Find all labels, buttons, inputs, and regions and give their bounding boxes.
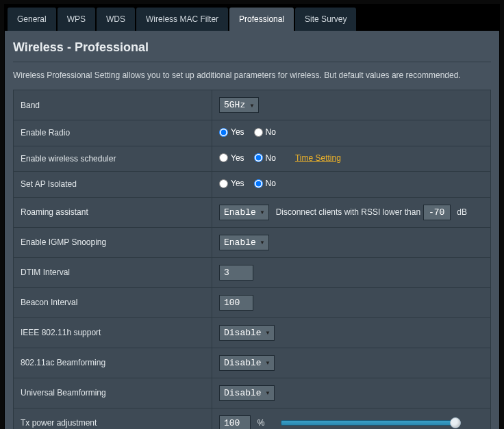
scheduler-no[interactable]: No (254, 153, 276, 163)
ap-isolated-no-input[interactable] (254, 179, 263, 188)
rssi-input[interactable] (423, 205, 451, 220)
page-title: Wireless - Professional (13, 40, 491, 62)
ap-isolated-yes[interactable]: Yes (219, 179, 244, 188)
tab-wds[interactable]: WDS (97, 8, 135, 31)
ap-isolated-no[interactable]: No (254, 179, 276, 188)
label-enable-scheduler: Enable wireless scheduler (14, 146, 212, 172)
settings-table: Band 5GHz Enable Radio Yes No Enable wir (13, 90, 491, 429)
label-enable-radio: Enable Radio (14, 120, 212, 146)
label-beamforming-uni: Universal Beamforming (14, 378, 212, 408)
scheduler-yes-input[interactable] (219, 153, 228, 162)
beamforming-uni-select[interactable]: Disable (219, 385, 275, 401)
tab-site-survey[interactable]: Site Survey (295, 8, 356, 31)
wireless-professional-panel: General WPS WDS Wireless MAC Filter Prof… (4, 4, 500, 429)
beacon-input[interactable] (219, 295, 253, 311)
tab-bar: General WPS WDS Wireless MAC Filter Prof… (5, 5, 499, 31)
label-roaming: Roaming assistant (14, 197, 212, 227)
enable-radio-yes-input[interactable] (219, 128, 228, 137)
ap-isolated-yes-input[interactable] (219, 179, 228, 188)
beamforming-ac-select[interactable]: Disable (219, 355, 275, 371)
time-setting-link[interactable]: Time Setting (295, 153, 341, 163)
txpower-slider-thumb[interactable] (450, 417, 461, 428)
dtim-input[interactable] (219, 265, 253, 281)
tab-mac-filter[interactable]: Wireless MAC Filter (136, 8, 228, 31)
txpower-input[interactable] (219, 415, 251, 430)
label-txpower: Tx power adjustment (14, 408, 212, 429)
label-beamforming-ac: 802.11ac Beamforming (14, 348, 212, 378)
label-ap-isolated: Set AP Isolated (14, 172, 212, 198)
enable-radio-yes[interactable]: Yes (219, 127, 244, 137)
roaming-select[interactable]: Enable (219, 205, 269, 220)
rssi-prefix-text: Disconnect clients with RSSI lower than (276, 207, 420, 217)
label-beacon: Beacon Interval (14, 287, 212, 317)
content-area: Wireless - Professional Wireless Profess… (5, 31, 499, 429)
label-band: Band (14, 90, 212, 120)
rssi-suffix-text: dB (457, 207, 467, 217)
percent-label: % (257, 418, 265, 428)
enable-radio-no[interactable]: No (254, 127, 276, 137)
igmp-select[interactable]: Enable (219, 235, 269, 250)
tab-general[interactable]: General (8, 8, 56, 31)
scheduler-no-input[interactable] (254, 153, 263, 162)
band-select[interactable]: 5GHz (219, 97, 259, 113)
label-dtim: DTIM Interval (14, 257, 212, 287)
tab-wps[interactable]: WPS (58, 8, 95, 31)
scheduler-yes[interactable]: Yes (219, 153, 244, 163)
tab-professional[interactable]: Professional (229, 8, 294, 31)
txpower-slider[interactable] (281, 420, 459, 426)
page-description: Wireless Professional Setting allows you… (13, 70, 491, 80)
enable-radio-no-input[interactable] (254, 128, 263, 137)
label-80211h: IEEE 802.11h support (14, 317, 212, 348)
label-igmp: Enable IGMP Snooping (14, 227, 212, 257)
ieee80211h-select[interactable]: Disable (219, 325, 275, 341)
